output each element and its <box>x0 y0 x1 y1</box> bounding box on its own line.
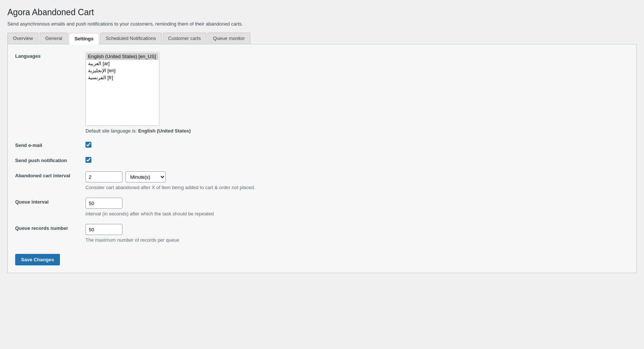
abandoned-cart-interval-label: Abandoned cart interval <box>15 171 85 178</box>
default-lang-value: English (United States) <box>138 128 190 134</box>
queue-interval-help: interval (in seconds) after which the ta… <box>85 211 629 217</box>
queue-records-label: Queue records number <box>15 224 85 231</box>
interval-row: Minute(s) Hour(s) Day(s) <box>85 171 629 182</box>
queue-interval-input[interactable] <box>85 198 122 209</box>
abandoned-cart-interval-control: Minute(s) Hour(s) Day(s) Consider cart a… <box>85 171 629 190</box>
send-push-checkbox[interactable] <box>85 157 91 163</box>
queue-interval-row: Queue interval interval (in seconds) aft… <box>15 198 629 217</box>
abandoned-cart-interval-help: Consider cart abandoned after X of item … <box>85 185 629 190</box>
tab-customer-carts[interactable]: Customer carts <box>163 33 206 44</box>
languages-label: Languages <box>15 52 85 59</box>
language-option-en_US[interactable]: English (United States) [en_US] <box>87 53 158 60</box>
send-email-checkbox[interactable] <box>85 142 91 148</box>
send-email-row: Send e-mail <box>15 141 629 149</box>
queue-interval-label: Queue interval <box>15 198 85 205</box>
tab-settings[interactable]: Settings <box>69 33 99 44</box>
send-push-control <box>85 156 629 164</box>
tab-general[interactable]: General <box>40 33 68 44</box>
queue-records-input[interactable] <box>85 224 122 235</box>
queue-records-row: Queue records number The maximum number … <box>15 224 629 243</box>
languages-select[interactable]: English (United States) [en_US] العربية … <box>85 52 159 126</box>
languages-control: English (United States) [en_US] العربية … <box>85 52 629 134</box>
tabs-nav: Overview General Settings Scheduled Noti… <box>7 33 637 44</box>
settings-panel: Languages English (United States) [en_US… <box>7 44 637 273</box>
languages-row: Languages English (United States) [en_US… <box>15 52 629 134</box>
send-push-label: Send push notification <box>15 156 85 163</box>
abandoned-cart-interval-row: Abandoned cart interval Minute(s) Hour(s… <box>15 171 629 190</box>
default-lang-note: Default site language is: English (Unite… <box>85 128 629 134</box>
save-changes-button[interactable]: Save Changes <box>15 254 60 265</box>
tab-queue-monitor[interactable]: Queue monitor <box>208 33 250 44</box>
abandoned-cart-interval-unit[interactable]: Minute(s) Hour(s) Day(s) <box>125 171 166 182</box>
page-description: Send asynchronous emails and push notifi… <box>7 21 637 27</box>
abandoned-cart-interval-input[interactable] <box>85 171 122 182</box>
tab-overview[interactable]: Overview <box>7 33 38 44</box>
send-email-label: Send e-mail <box>15 141 85 148</box>
queue-records-help: The maximum number of records per queue <box>85 237 629 243</box>
send-email-control <box>85 141 629 149</box>
language-option-ar[interactable]: العربية [ar] <box>87 60 158 67</box>
language-option-fr[interactable]: الفرنسية [fr] <box>87 74 158 81</box>
queue-records-control: The maximum number of records per queue <box>85 224 629 243</box>
page-title: Agora Abandoned Cart <box>7 7 637 17</box>
tab-scheduled-notifications[interactable]: Scheduled Notifications <box>100 33 162 44</box>
language-option-en[interactable]: الإنجليزية [en] <box>87 67 158 74</box>
send-push-row: Send push notification <box>15 156 629 164</box>
queue-interval-control: interval (in seconds) after which the ta… <box>85 198 629 217</box>
